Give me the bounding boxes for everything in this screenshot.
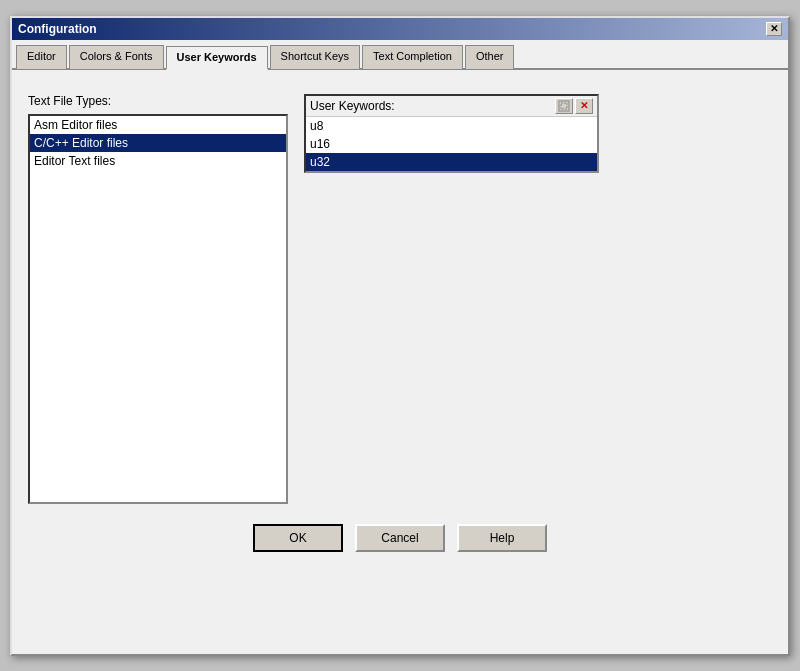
tab-user-keywords[interactable]: User Keywords [166, 46, 268, 70]
title-bar-buttons: ✕ [766, 22, 782, 36]
keywords-close-button[interactable]: ✕ [575, 98, 593, 114]
tab-shortcut-keys[interactable]: Shortcut Keys [270, 45, 360, 69]
dialog-body: Text File Types: Asm Editor files C/C++ … [12, 70, 788, 568]
file-types-list: Asm Editor files C/C++ Editor files Edit… [30, 116, 286, 502]
list-item[interactable]: u32 [306, 153, 597, 171]
tab-other[interactable]: Other [465, 45, 515, 69]
list-item[interactable]: Editor Text files [30, 152, 286, 170]
keywords-header-buttons: ✕ [555, 98, 593, 114]
close-button[interactable]: ✕ [766, 22, 782, 36]
keywords-panel-label: User Keywords: [310, 99, 395, 113]
list-item[interactable]: u16 [306, 135, 597, 153]
keywords-list: u8 u16 u32 [306, 117, 597, 171]
title-bar: Configuration ✕ [12, 18, 788, 40]
tab-editor[interactable]: Editor [16, 45, 67, 69]
left-panel-label: Text File Types: [28, 94, 288, 108]
cancel-button[interactable]: Cancel [355, 524, 445, 552]
list-item[interactable]: u8 [306, 117, 597, 135]
svg-rect-1 [561, 103, 567, 109]
edit-icon [558, 100, 570, 112]
keywords-edit-button[interactable] [555, 98, 573, 114]
ok-button[interactable]: OK [253, 524, 343, 552]
tab-colors-fonts[interactable]: Colors & Fonts [69, 45, 164, 69]
tabs-bar: Editor Colors & Fonts User Keywords Shor… [12, 40, 788, 70]
dialog-title: Configuration [18, 22, 97, 36]
help-button[interactable]: Help [457, 524, 547, 552]
left-panel: Text File Types: Asm Editor files C/C++ … [28, 94, 288, 504]
bottom-buttons: OK Cancel Help [28, 524, 772, 552]
keywords-panel-header: User Keywords: ✕ [306, 96, 597, 117]
tab-text-completion[interactable]: Text Completion [362, 45, 463, 69]
list-item[interactable]: Asm Editor files [30, 116, 286, 134]
content-area: Text File Types: Asm Editor files C/C++ … [28, 94, 772, 504]
keywords-panel: User Keywords: ✕ u8 [304, 94, 599, 173]
file-types-listbox[interactable]: Asm Editor files C/C++ Editor files Edit… [28, 114, 288, 504]
configuration-dialog: Configuration ✕ Editor Colors & Fonts Us… [10, 16, 790, 656]
right-panel: User Keywords: ✕ u8 [304, 94, 599, 504]
list-item[interactable]: C/C++ Editor files [30, 134, 286, 152]
